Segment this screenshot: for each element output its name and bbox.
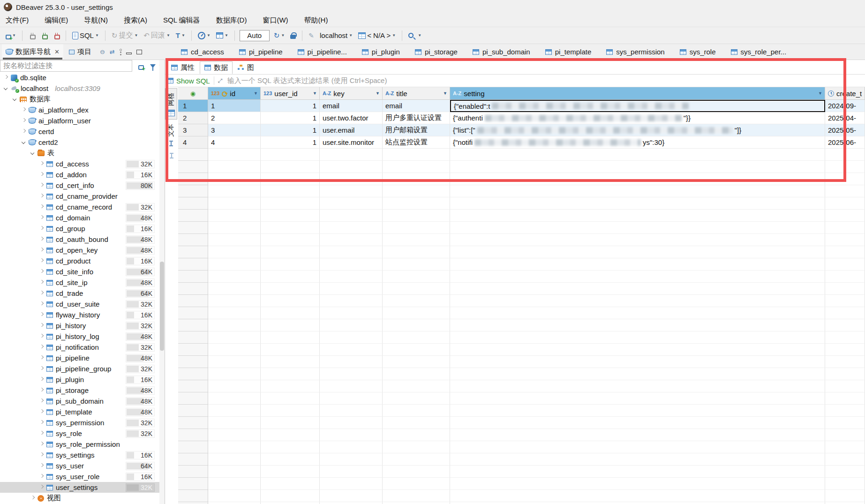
expander-icon[interactable] bbox=[39, 270, 44, 274]
presentation-grid-tab[interactable]: 网格 bbox=[165, 88, 177, 120]
tree-item-pi_notification[interactable]: pi_notification32K bbox=[0, 342, 159, 353]
tree-item-sys_user_role[interactable]: sys_user_role16K bbox=[0, 471, 159, 482]
expander-icon[interactable] bbox=[39, 183, 44, 188]
tree-item-pi_history_log[interactable]: pi_history_log48K bbox=[0, 331, 159, 342]
grid-cell[interactable]: 4 bbox=[208, 136, 261, 149]
commit-mode-input[interactable]: Auto bbox=[240, 30, 270, 41]
editor-tab[interactable]: pi_storage bbox=[410, 44, 468, 60]
expander-icon[interactable] bbox=[39, 248, 44, 252]
grid-cell[interactable]: 2025-04- bbox=[825, 112, 865, 124]
tab-database-navigator[interactable]: 数据库导航 ✕ bbox=[2, 44, 63, 60]
tree-item-pi_pipeline_group[interactable]: pi_pipeline_group32K bbox=[0, 363, 159, 374]
tree-item-user_settings[interactable]: user_settings32K bbox=[0, 482, 159, 493]
expander-icon[interactable] bbox=[39, 367, 44, 371]
expander-icon[interactable] bbox=[22, 119, 26, 123]
connection-selector[interactable]: localhost ▼ bbox=[318, 30, 354, 40]
presentation-text-tab[interactable]: 文本 bbox=[165, 120, 177, 149]
expander-icon[interactable] bbox=[30, 151, 35, 155]
tree-item-sys_role_permission[interactable]: sys_role_permission bbox=[0, 439, 159, 450]
editor-tab[interactable]: sys_role_per... bbox=[726, 44, 797, 60]
lock-button[interactable] bbox=[289, 31, 297, 40]
tree-item-db.sqlite[interactable]: ✓db.sqlite bbox=[0, 72, 159, 83]
tab-properties[interactable]: 属性 bbox=[167, 62, 199, 74]
column-dropdown-icon[interactable]: ▼ bbox=[313, 91, 317, 96]
tree-item-localhost[interactable]: ✓localhostlocalhost:3309 bbox=[0, 83, 159, 94]
column-header-user_id[interactable]: 123user_id▼ bbox=[261, 87, 320, 100]
expand-filter-icon[interactable]: ⤢ bbox=[218, 78, 224, 83]
expander-icon[interactable] bbox=[39, 474, 44, 479]
sql-filter-input[interactable]: 输入一个 SQL 表达式来过滤结果 (使用 Ctrl+Space) bbox=[227, 76, 387, 85]
grid-cell[interactable]: 1 bbox=[261, 124, 320, 136]
column-header-setting[interactable]: A-Zsetting▼ bbox=[450, 87, 825, 100]
grid-cell[interactable]: user.site.monitor bbox=[320, 136, 383, 149]
grid-cell[interactable]: 3 bbox=[208, 124, 261, 136]
expander-icon[interactable] bbox=[39, 334, 44, 339]
grid-cell[interactable]: 2025-05- bbox=[825, 124, 865, 136]
edit-connection-button[interactable]: ✎ bbox=[307, 31, 316, 40]
refresh-button[interactable]: ↻ ▼ bbox=[272, 31, 286, 40]
link-editor-icon[interactable]: ⊖ bbox=[100, 48, 105, 55]
filter-funnel-icon[interactable] bbox=[150, 64, 156, 68]
menu-item[interactable]: SQL 编辑器 bbox=[163, 16, 200, 25]
connection-filter-input[interactable]: 按名称过滤连接 bbox=[0, 60, 132, 72]
editor-tab[interactable]: pi_template bbox=[541, 44, 602, 60]
tree-item-ai_platform_user[interactable]: ai_platform_user bbox=[0, 115, 159, 126]
menu-item[interactable]: 窗口(W) bbox=[263, 16, 288, 25]
column-dropdown-icon[interactable]: ▼ bbox=[443, 91, 447, 96]
view-menu-icon[interactable] bbox=[120, 49, 121, 55]
commit-button[interactable]: ↻ 提交 ▼ bbox=[110, 30, 140, 41]
tree-item-pi_plugin[interactable]: pi_plugin16K bbox=[0, 374, 159, 385]
sql-editor-button[interactable]: SQL ▼ bbox=[71, 30, 100, 40]
expander-icon[interactable] bbox=[39, 313, 44, 317]
grid-cell[interactable]: 1 bbox=[261, 136, 320, 149]
grid-cell[interactable]: 1 bbox=[261, 112, 320, 124]
grid-cell[interactable]: 2 bbox=[208, 112, 261, 124]
expander-icon[interactable] bbox=[22, 108, 26, 112]
tree-item-cd_cname_record[interactable]: cd_cname_record32K bbox=[0, 202, 159, 212]
tree-item-cd_addon[interactable]: cd_addon16K bbox=[0, 169, 159, 180]
editor-tab[interactable]: sys_permission bbox=[602, 44, 675, 60]
expander-icon[interactable] bbox=[39, 442, 44, 446]
column-dropdown-icon[interactable]: ▼ bbox=[818, 91, 822, 96]
tree-item-pi_pipeline[interactable]: pi_pipeline48K bbox=[0, 353, 159, 363]
row-number[interactable]: 2 bbox=[178, 112, 208, 124]
menu-item[interactable]: 数据库(D) bbox=[216, 16, 247, 25]
tab-diagram[interactable]: 图 bbox=[233, 62, 258, 74]
column-header-title[interactable]: A-Ztitle▼ bbox=[383, 87, 450, 100]
grid-cell[interactable]: 2024-09- bbox=[825, 100, 865, 112]
connect-button[interactable] bbox=[27, 31, 37, 40]
expander-icon[interactable] bbox=[39, 216, 44, 220]
tree-item-pi_sub_domain[interactable]: pi_sub_domain48K bbox=[0, 396, 159, 406]
row-header-corner[interactable]: ◉ bbox=[178, 87, 208, 100]
tree-item-cd_cname_provider[interactable]: cd_cname_provider bbox=[0, 191, 159, 202]
dashboard-button[interactable]: ▼ bbox=[196, 31, 212, 40]
tree-item-sys_role[interactable]: sys_role32K bbox=[0, 428, 159, 439]
setting-cell[interactable]: {"notifiys":30} bbox=[450, 136, 825, 149]
grid-cell[interactable]: 1 bbox=[208, 100, 261, 112]
expander-icon[interactable] bbox=[39, 302, 44, 306]
expander-icon[interactable] bbox=[39, 453, 44, 457]
setting-cell[interactable]: {"authenti"}} bbox=[450, 112, 825, 124]
tab-data[interactable]: 数据 bbox=[200, 61, 233, 74]
connections-icon[interactable] bbox=[137, 63, 143, 69]
column-dropdown-icon[interactable]: ▼ bbox=[254, 91, 258, 96]
close-icon[interactable]: ✕ bbox=[54, 48, 60, 55]
expander-icon[interactable] bbox=[39, 173, 44, 177]
new-connection-button[interactable]: ▼ bbox=[3, 31, 17, 40]
tree-item-pi_history[interactable]: pi_history32K bbox=[0, 320, 159, 331]
rollback-button[interactable]: ↶ 回滚 ▼ bbox=[142, 30, 172, 41]
search-button[interactable]: ▼ bbox=[407, 32, 423, 39]
expander-icon[interactable] bbox=[39, 399, 44, 403]
expander-icon[interactable] bbox=[39, 410, 44, 414]
grid-cell[interactable]: 用户多重认证设置 bbox=[383, 112, 450, 124]
tree-item-cd_product[interactable]: cd_product16K bbox=[0, 256, 159, 266]
tree-item-cd_trade[interactable]: cd_trade64K bbox=[0, 288, 159, 299]
grid-cell[interactable]: user.email bbox=[320, 124, 383, 136]
editor-tab[interactable]: pi_pipeline bbox=[234, 44, 293, 60]
grid-row-4[interactable]: 441user.site.monitor站点监控设置{"notifiys":30… bbox=[178, 136, 865, 149]
tree-item-sys_settings[interactable]: sys_settings16K bbox=[0, 450, 159, 460]
tree-item-cd_cert_info[interactable]: cd_cert_info80K bbox=[0, 180, 159, 191]
expander-icon[interactable] bbox=[39, 323, 44, 328]
expander-icon[interactable] bbox=[39, 388, 44, 392]
expander-icon[interactable] bbox=[39, 259, 44, 263]
